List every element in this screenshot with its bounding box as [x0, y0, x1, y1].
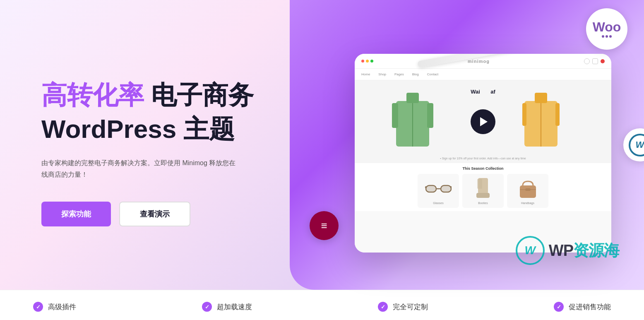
- feature-label-speed: 超加载速度: [217, 302, 252, 312]
- svg-rect-9: [555, 103, 560, 126]
- feature-label-plugins: 高级插件: [48, 302, 76, 312]
- svg-rect-10: [426, 185, 436, 192]
- watermark-wp-text: WP: [549, 242, 573, 260]
- svg-rect-18: [520, 185, 536, 198]
- handbag-img: [510, 177, 545, 200]
- watermark-wp-circle: W: [516, 236, 545, 265]
- feature-check-customize: ✓: [378, 302, 388, 312]
- hero-title-normal: 电子商务: [151, 81, 254, 109]
- elementor-badge: ≡: [310, 211, 339, 240]
- tablet-nav-shop: Shop: [378, 72, 386, 76]
- wp-logo-circle: W: [629, 134, 644, 156]
- feature-check-sales: ✓: [554, 302, 564, 312]
- svg-rect-1: [406, 93, 419, 103]
- video-play-button[interactable]: [471, 109, 495, 134]
- tablet-nav-pages: Pages: [394, 72, 404, 76]
- tablet-brand-text: minimog: [377, 59, 581, 64]
- feature-check-speed: ✓: [202, 302, 212, 312]
- hero-buttons: 探索功能 查看演示: [41, 202, 289, 226]
- glasses-img: [421, 177, 456, 200]
- tablet-hero-area: Wai af: [355, 80, 611, 163]
- hero-section: 高转化率 电子商务 WordPress 主题 由专家构建的完整电子商务解决方案。…: [0, 0, 644, 290]
- watermark: W WP 资源海: [516, 236, 619, 265]
- tablet-collection-area: This Season Collection: [355, 163, 611, 211]
- booties-img: [466, 177, 500, 200]
- woo-dot-2: [606, 35, 608, 38]
- tablet-bar-icons: [584, 58, 605, 64]
- play-triangle-icon: [480, 117, 488, 126]
- collection-item-glasses: Glasses: [418, 174, 459, 208]
- woo-dot-3: [609, 35, 612, 38]
- feature-item-plugins: ✓ 高级插件: [33, 302, 76, 312]
- wp-logo-text: W: [636, 140, 644, 150]
- svg-rect-17: [477, 179, 482, 189]
- woo-logo-text: Woo: [593, 20, 621, 34]
- features-bar: ✓ 高级插件 ✓ 超加载速度 ✓ 完全可定制 ✓ 促进销售功能: [0, 290, 644, 320]
- hero-title: 高转化率 电子商务 WordPress 主题: [41, 80, 289, 157]
- explore-features-button[interactable]: 探索功能: [41, 202, 111, 226]
- handbags-label: Handbags: [510, 202, 545, 205]
- woo-dots: [602, 35, 612, 38]
- hero-left: 高转化率 电子商务 WordPress 主题 由专家构建的完整电子商务解决方案。…: [0, 0, 322, 290]
- tablet-nav-contact: Contact: [427, 72, 439, 76]
- watermark-wp-letter: W: [525, 244, 536, 257]
- tablet-signup-text: • Sign up for 10% off your first order. …: [440, 157, 526, 160]
- handbag-svg: [517, 177, 539, 200]
- tablet-mockup: minimog Home Shop Pages Blog Contact: [355, 54, 611, 253]
- svg-rect-20: [525, 188, 531, 191]
- yellow-jacket-svg: [522, 89, 560, 155]
- hero-title-line2: WordPress 主题: [41, 114, 289, 144]
- svg-rect-6: [535, 93, 547, 103]
- booties-label: Booties: [466, 202, 500, 205]
- svg-rect-11: [441, 185, 451, 192]
- feature-label-sales: 促进销售功能: [569, 302, 611, 312]
- feature-item-speed: ✓ 超加载速度: [202, 302, 252, 312]
- glasses-label: Glasses: [421, 202, 456, 205]
- feature-label-customize: 完全可定制: [393, 302, 428, 312]
- collection-item-handbags: Handbags: [507, 174, 548, 208]
- hero-description: 由专家构建的完整电子商务解决方案。立即使用 Minimog 释放您在线商店的力量…: [41, 157, 240, 181]
- feature-item-sales: ✓ 促进销售功能: [554, 302, 611, 312]
- svg-rect-16: [476, 193, 490, 198]
- collection-items: Glasses Booties: [361, 174, 605, 208]
- boot-svg: [475, 177, 491, 200]
- green-jacket-svg: [392, 89, 433, 155]
- tablet-nav-blog: Blog: [412, 72, 419, 76]
- woo-dot-1: [602, 35, 604, 38]
- tablet-green-jacket-area: [355, 80, 470, 163]
- elementor-icon: ≡: [321, 219, 327, 232]
- woo-badge: Woo: [586, 8, 627, 50]
- feature-item-customize: ✓ 完全可定制: [378, 302, 428, 312]
- svg-rect-4: [427, 103, 433, 128]
- hero-title-highlight: 高转化率: [41, 81, 144, 109]
- feature-check-plugins: ✓: [33, 302, 43, 312]
- tablet-nav: Home Shop Pages Blog Contact: [355, 69, 611, 80]
- tablet-hero-text: Wai af: [471, 89, 495, 95]
- collection-item-booties: Booties: [462, 174, 504, 208]
- tablet-nav-home: Home: [361, 72, 370, 76]
- collection-title: This Season Collection: [361, 166, 605, 171]
- tablet-inner: minimog Home Shop Pages Blog Contact: [355, 54, 611, 253]
- watermark-resource-text: 资源海: [573, 240, 619, 261]
- view-demo-button[interactable]: 查看演示: [119, 202, 190, 226]
- svg-rect-8: [522, 103, 526, 126]
- svg-rect-3: [392, 103, 398, 128]
- sunglasses-svg: [425, 183, 452, 195]
